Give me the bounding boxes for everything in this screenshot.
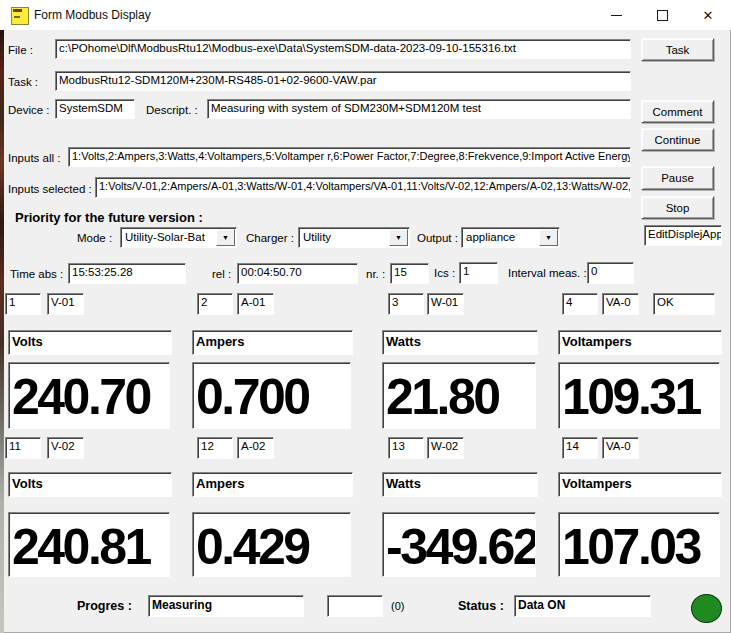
comment-button-label: Comment (653, 106, 703, 118)
meter-code-input[interactable]: W-01 (427, 293, 464, 315)
nr-label: nr. : (366, 268, 385, 280)
chevron-down-icon: ▼ (545, 234, 552, 241)
file-label: File : (8, 44, 33, 56)
window-title: Form Modbus Display (34, 8, 151, 22)
pause-button-label: Pause (661, 172, 694, 184)
meter-nr-input[interactable]: 11 (5, 437, 41, 459)
status-input[interactable]: Data ON (514, 595, 651, 617)
count-note: (0) (391, 600, 404, 612)
minimize-icon (611, 15, 622, 16)
status-indicator-led (691, 594, 722, 623)
maximize-button[interactable] (639, 0, 685, 30)
task-button[interactable]: Task (641, 38, 714, 61)
meter-code-input[interactable]: A-02 (237, 437, 274, 459)
maximize-icon (657, 10, 668, 21)
meter-value-display[interactable]: 240.81 (8, 512, 170, 577)
mode-select[interactable]: Utility-Solar-Bat ▼ (120, 227, 237, 248)
titlebar: Form Modbus Display ✕ (0, 0, 731, 30)
charger-dropdown-button[interactable]: ▼ (389, 229, 408, 246)
minimize-button[interactable] (593, 0, 639, 30)
nr-input[interactable]: 15 (390, 263, 429, 284)
task-label: Task : (8, 76, 38, 88)
meter-value-display[interactable]: 107.03 (558, 512, 720, 577)
meter-nr-input[interactable]: 4 (562, 293, 598, 315)
charger-select-value: Utility (303, 231, 331, 243)
continue-button-label: Continue (654, 134, 700, 146)
meter-value-display[interactable]: 240.70 (8, 362, 170, 429)
app-window: Form Modbus Display ✕ File : c:\POhome\D… (0, 0, 731, 633)
meter-unit-label[interactable]: Watts (382, 330, 538, 355)
progres-input[interactable]: Measuring (148, 595, 304, 617)
time-rel-label: rel : (212, 268, 231, 280)
meter-code-input[interactable]: V-01 (47, 293, 84, 315)
meter-nr-input[interactable]: 3 (388, 293, 424, 315)
desktop-edge-strip (0, 30, 4, 633)
inputs-all-input[interactable]: 1:Volts,2:Ampers,3:Watts,4:Voltampers,5:… (68, 147, 631, 167)
meter-nr-input[interactable]: 2 (197, 293, 233, 315)
interval-meas-label: Interval meas. : (508, 267, 587, 279)
ok-status-input[interactable]: OK (653, 293, 715, 315)
inputs-all-label: Inputs all : (8, 152, 60, 164)
meter-unit-label[interactable]: Volts (8, 472, 172, 497)
time-abs-input[interactable]: 15:53:25.28 (68, 263, 186, 284)
output-select[interactable]: appliance ▼ (461, 227, 560, 248)
count-input[interactable] (327, 595, 383, 617)
app-icon (11, 7, 29, 25)
edit-displej-input[interactable]: EditDisplejApp (644, 225, 722, 246)
chevron-down-icon: ▼ (222, 234, 229, 241)
close-button[interactable]: ✕ (685, 0, 731, 30)
meter-code-input[interactable]: VA-0 (602, 293, 639, 315)
mode-dropdown-button[interactable]: ▼ (216, 229, 235, 246)
meter-nr-input[interactable]: 13 (388, 437, 424, 459)
output-dropdown-button[interactable]: ▼ (539, 229, 558, 246)
meter-nr-input[interactable]: 12 (197, 437, 233, 459)
device-input[interactable]: SystemSDM (55, 99, 135, 119)
meter-nr-input[interactable]: 14 (562, 437, 598, 459)
meter-value-display[interactable]: 109.31 (558, 362, 720, 429)
progres-label: Progres : (77, 599, 132, 613)
close-icon: ✕ (703, 9, 714, 22)
charger-label: Charger : (246, 232, 294, 244)
meter-code-input[interactable]: A-01 (237, 293, 274, 315)
inputs-selected-label: Inputs selected : (8, 183, 92, 195)
ics-label: Ics : (434, 267, 455, 279)
meter-unit-label[interactable]: Voltampers (558, 472, 722, 497)
stop-button-label: Stop (666, 202, 690, 214)
inputs-selected-input[interactable]: 1:Volts/V-01,2:Ampers/A-01,3:Watts/W-01,… (95, 177, 631, 198)
meter-unit-label[interactable]: Watts (382, 472, 538, 497)
meter-nr-input[interactable]: 1 (5, 293, 41, 315)
meter-code-input[interactable]: VA-0 (602, 437, 639, 459)
pause-button[interactable]: Pause (641, 166, 714, 190)
meter-code-input[interactable]: W-02 (427, 437, 464, 459)
charger-select[interactable]: Utility ▼ (298, 227, 410, 248)
meter-unit-label[interactable]: Ampers (192, 472, 353, 497)
meter-value-display[interactable]: -349.62 (382, 512, 536, 577)
output-label: Output : (417, 232, 458, 244)
descript-label: Descript. : (146, 104, 198, 116)
window-controls: ✕ (593, 0, 731, 30)
interval-meas-input[interactable]: 0 (587, 262, 634, 284)
time-abs-label: Time abs : (10, 268, 63, 280)
task-button-label: Task (666, 44, 690, 56)
meter-value-display[interactable]: 0.700 (192, 362, 351, 429)
meter-value-display[interactable]: 0.429 (192, 512, 351, 577)
meter-unit-label[interactable]: Voltampers (558, 330, 722, 355)
task-input[interactable]: ModbusRtu12-SDM120M+230M-RS485-01+02-960… (55, 71, 631, 91)
continue-button[interactable]: Continue (641, 128, 714, 151)
mode-label: Mode : (77, 232, 112, 244)
meter-value-display[interactable]: 21.80 (382, 362, 536, 429)
time-rel-input[interactable]: 00:04:50.70 (237, 263, 358, 284)
priority-heading: Priority for the future version : (15, 210, 203, 225)
meter-unit-label[interactable]: Ampers (192, 330, 353, 355)
status-label: Status : (458, 599, 504, 613)
descript-input[interactable]: Measuring with system of SDM230M+SDM120M… (207, 99, 631, 119)
output-select-value: appliance (466, 231, 515, 243)
file-input[interactable]: c:\POhome\Dlf\ModbusRtu12\Modbus-exe\Dat… (55, 39, 631, 59)
ics-input[interactable]: 1 (459, 262, 498, 284)
chevron-down-icon: ▼ (395, 234, 402, 241)
device-label: Device : (8, 104, 50, 116)
meter-code-input[interactable]: V-02 (47, 437, 84, 459)
stop-button[interactable]: Stop (641, 196, 714, 219)
meter-unit-label[interactable]: Volts (8, 330, 172, 355)
comment-button[interactable]: Comment (641, 100, 714, 123)
